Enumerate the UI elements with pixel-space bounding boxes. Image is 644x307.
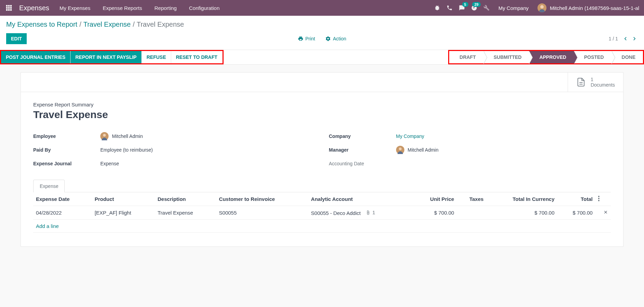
- breadcrumb-current: Travel Expense: [137, 21, 184, 28]
- svg-rect-7: [8, 9, 10, 11]
- activities-icon[interactable]: 29: [471, 5, 477, 11]
- svg-point-14: [399, 148, 402, 150]
- close-icon: [603, 210, 608, 215]
- breadcrumb-item-1[interactable]: Travel Expense: [83, 21, 130, 28]
- toolbar-center: Print Action: [298, 36, 346, 41]
- pager-nav: [622, 35, 638, 42]
- cell-taxes: [457, 206, 486, 220]
- cell-customer: S00055: [216, 206, 308, 220]
- th-options[interactable]: [595, 192, 611, 206]
- breadcrumb-bar: My Expenses to Report / Travel Expense /…: [0, 16, 644, 28]
- th-date[interactable]: Expense Date: [33, 192, 92, 206]
- manager-label: Manager: [329, 147, 391, 153]
- table-row[interactable]: 04/28/2022 [EXP_AF] Flight Travel Expens…: [33, 206, 611, 220]
- cell-date: 04/28/2022: [33, 206, 92, 220]
- status-posted[interactable]: POSTED: [574, 51, 611, 63]
- svg-rect-8: [10, 9, 12, 11]
- toolbar: EDIT Print Action 1 / 1: [0, 28, 644, 50]
- statusbar-buttons: POST JOURNAL ENTRIES REPORT IN NEXT PAYS…: [0, 50, 224, 64]
- app-title[interactable]: Expenses: [19, 4, 49, 12]
- messaging-icon[interactable]: 5: [459, 5, 465, 11]
- cell-total: $ 700.00: [557, 206, 595, 220]
- activities-badge: 29: [472, 2, 480, 7]
- th-description[interactable]: Description: [155, 192, 216, 206]
- navbar-right: 5 29 My Company Mitchell Admin (14987569…: [434, 3, 639, 12]
- status-approved[interactable]: APPROVED: [529, 51, 574, 63]
- th-unit-price[interactable]: Unit Price: [413, 192, 457, 206]
- edit-button[interactable]: EDIT: [6, 33, 27, 44]
- row-delete[interactable]: [595, 206, 611, 220]
- add-line-row: Add a line: [33, 219, 611, 232]
- card-body: Expense Report Summary Travel Expense Em…: [21, 92, 623, 246]
- th-customer[interactable]: Customer to Reinvoice: [216, 192, 308, 206]
- user-avatar: [538, 3, 546, 12]
- field-accounting-date: Accounting Date: [329, 158, 611, 169]
- cell-total-currency: $ 700.00: [486, 206, 557, 220]
- action-button[interactable]: Action: [325, 36, 346, 41]
- menu-reporting[interactable]: Reporting: [154, 5, 177, 11]
- attachment-indicator[interactable]: 1: [366, 209, 375, 215]
- table-header-row: Expense Date Product Description Custome…: [33, 192, 611, 206]
- bug-icon[interactable]: [434, 5, 440, 11]
- analytic-text: S00055 - Deco Addict: [311, 210, 361, 216]
- reset-to-draft-button[interactable]: RESET TO DRAFT: [171, 51, 223, 63]
- employee-label: Employee: [33, 133, 95, 139]
- breadcrumb-item-0[interactable]: My Expenses to Report: [6, 21, 77, 28]
- navbar-user[interactable]: Mitchell Admin (14987569-saas-15-1-al: [538, 3, 639, 12]
- manager-avatar: [396, 146, 404, 154]
- apps-icon[interactable]: [5, 4, 13, 12]
- dots-vertical-icon: [598, 196, 599, 201]
- th-product[interactable]: Product: [92, 192, 155, 206]
- fields-grid: Employee Mitchell Admin Company My Compa…: [33, 131, 611, 169]
- pager[interactable]: 1 / 1: [609, 36, 618, 41]
- refuse-button[interactable]: REFUSE: [142, 51, 171, 63]
- menu-my-expenses[interactable]: My Expenses: [60, 5, 90, 11]
- print-icon: [298, 36, 303, 41]
- navbar-company[interactable]: My Company: [498, 5, 529, 11]
- menu-expense-reports[interactable]: Expense Reports: [103, 5, 142, 11]
- statusbar-statuses: DRAFT SUBMITTED APPROVED POSTED DONE: [448, 50, 644, 64]
- cell-description: Travel Expense: [155, 206, 216, 220]
- field-employee: Employee Mitchell Admin: [33, 131, 315, 142]
- paid-by-label: Paid By: [33, 147, 95, 153]
- status-submitted[interactable]: SUBMITTED: [483, 51, 529, 63]
- cell-analytic: S00055 - Deco Addict 1: [308, 206, 413, 220]
- status-draft[interactable]: DRAFT: [449, 51, 483, 63]
- form-card: 1 Documents Expense Report Summary Trave…: [21, 72, 623, 247]
- card-stats: 1 Documents: [21, 73, 623, 92]
- document-icon: [576, 77, 586, 87]
- documents-stat[interactable]: 1 Documents: [568, 73, 623, 92]
- th-taxes[interactable]: Taxes: [457, 192, 486, 206]
- field-company: Company My Company: [329, 131, 611, 142]
- company-value[interactable]: My Company: [396, 133, 424, 139]
- th-total-currency[interactable]: Total In Currency: [486, 192, 557, 206]
- add-line-link[interactable]: Add a line: [33, 219, 611, 232]
- chevron-right-icon[interactable]: [631, 35, 638, 42]
- status-done[interactable]: DONE: [611, 51, 643, 63]
- messaging-badge: 5: [462, 2, 468, 7]
- svg-point-16: [598, 198, 599, 199]
- breadcrumb-separator: /: [133, 21, 135, 28]
- print-button[interactable]: Print: [298, 36, 315, 41]
- phone-icon[interactable]: [446, 5, 453, 11]
- toolbar-right: 1 / 1: [609, 35, 638, 42]
- menu-configuration[interactable]: Configuration: [189, 5, 219, 11]
- post-journal-entries-button[interactable]: POST JOURNAL ENTRIES: [1, 51, 71, 63]
- th-analytic[interactable]: Analytic Account: [308, 192, 413, 206]
- documents-count: 1: [591, 77, 615, 82]
- manager-value: Mitchell Admin: [396, 146, 439, 154]
- tools-icon[interactable]: [483, 5, 490, 11]
- tab-expense[interactable]: Expense: [33, 180, 65, 192]
- record-title: Travel Expense: [33, 109, 611, 120]
- chevron-left-icon[interactable]: [622, 35, 629, 42]
- svg-rect-4: [8, 7, 10, 9]
- svg-rect-0: [6, 5, 8, 7]
- section-label: Expense Report Summary: [33, 102, 611, 107]
- svg-point-15: [598, 196, 599, 197]
- svg-point-12: [103, 134, 106, 137]
- page-content: 1 Documents Expense Report Summary Trave…: [0, 65, 644, 254]
- manager-name: Mitchell Admin: [408, 147, 439, 153]
- paid-by-value: Employee (to reimburse): [100, 147, 153, 153]
- th-total[interactable]: Total: [557, 192, 595, 206]
- report-next-payslip-button[interactable]: REPORT IN NEXT PAYSLIP: [71, 51, 142, 63]
